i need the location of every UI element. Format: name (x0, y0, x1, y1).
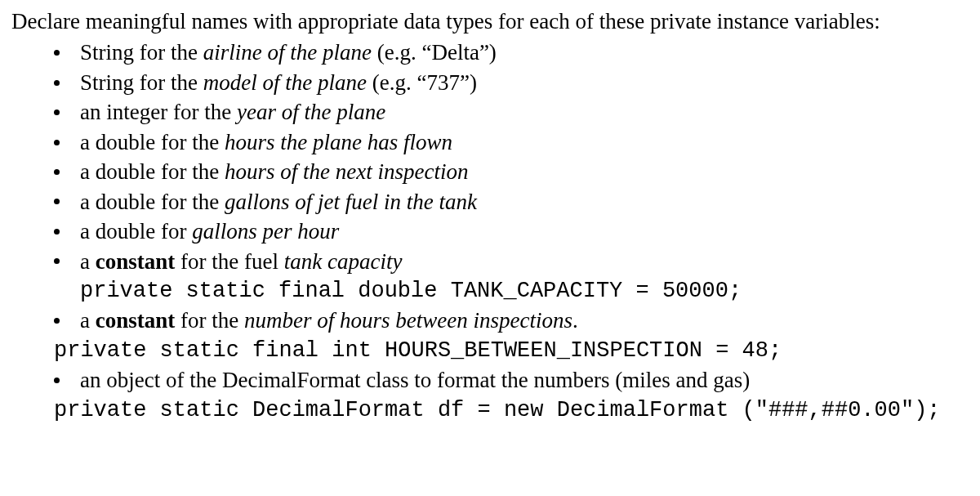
list-item: a double for the gallons of jet fuel in … (54, 187, 969, 217)
item-bold: constant (96, 249, 176, 274)
item-italic: model of the plane (203, 70, 367, 95)
item-italic: hours of the next inspection (225, 159, 468, 184)
item-prefix: a (80, 249, 96, 274)
item-italic: gallons per hour (192, 219, 339, 244)
list-item: an integer for the year of the plane (54, 97, 969, 127)
item-italic: hours the plane has flown (225, 130, 452, 154)
item-italic: gallons of jet fuel in the tank (225, 190, 477, 214)
code-line: private static final double TANK_CAPACIT… (80, 276, 969, 306)
item-prefix: a double for (80, 219, 192, 244)
list-item: a double for gallons per hour (54, 217, 969, 246)
item-mid: for the (175, 308, 244, 333)
item-suffix: . (572, 308, 578, 333)
item-prefix: String for the (80, 70, 203, 95)
list-item: a double for the hours the plane has flo… (54, 127, 969, 157)
item-italic: tank capacity (284, 249, 403, 274)
item-prefix: a double for the (80, 159, 225, 184)
item-italic: number of hours between inspections (244, 308, 572, 333)
item-prefix: a double for the (80, 190, 225, 214)
list-item: a constant for the number of hours betwe… (54, 306, 969, 365)
item-prefix: an integer for the (80, 100, 237, 124)
list-item: a constant for the fuel tank capacity pr… (54, 247, 969, 306)
item-bold: constant (96, 308, 176, 333)
code-line: private static final int HOURS_BETWEEN_I… (54, 336, 969, 365)
item-prefix: a double for the (80, 130, 225, 154)
item-prefix: an object of the DecimalFormat class to … (80, 368, 750, 392)
code-line: private static DecimalFormat df = new De… (54, 395, 969, 425)
list-item: an object of the DecimalFormat class to … (54, 365, 969, 425)
list-item: String for the model of the plane (e.g. … (54, 68, 969, 97)
item-suffix: (e.g. “Delta”) (372, 40, 497, 65)
item-mid: for the fuel (175, 249, 283, 274)
item-italic: year of the plane (237, 100, 385, 124)
item-prefix: a (80, 308, 96, 333)
list-item: String for the airline of the plane (e.g… (54, 38, 969, 67)
item-suffix: (e.g. “737”) (367, 70, 477, 95)
item-italic: airline of the plane (203, 40, 372, 65)
requirements-list: String for the airline of the plane (e.g… (11, 38, 969, 425)
intro-text: Declare meaningful names with appropriat… (11, 7, 969, 36)
item-prefix: String for the (80, 40, 203, 65)
list-item: a double for the hours of the next inspe… (54, 157, 969, 186)
